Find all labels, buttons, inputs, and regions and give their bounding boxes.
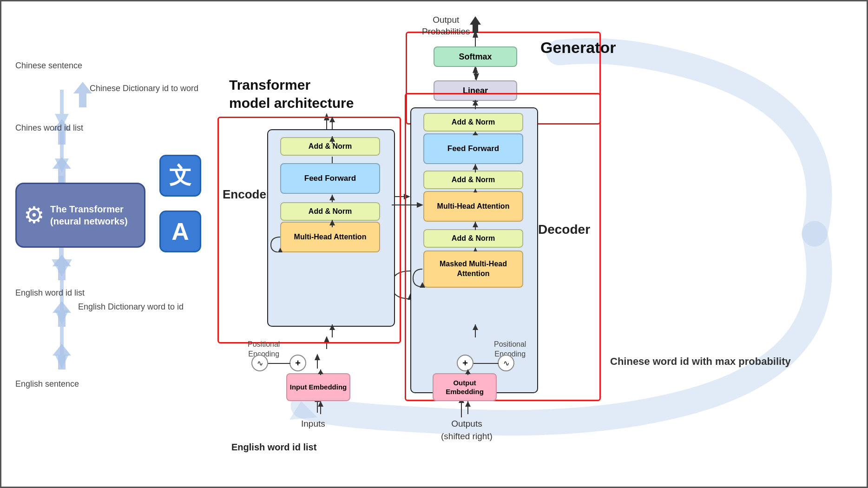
arrow-english-sentence [48,342,76,372]
input-embedding: Input Embedding [286,373,350,401]
chinese-sentence-label: Chinese sentence [15,61,82,71]
emb-to-plus [315,369,326,375]
enc-out-arrow [327,117,338,131]
english-sentence-label: English sentence [15,379,79,389]
svg-marker-98 [465,401,471,407]
inputs-up-arrow [315,401,326,415]
enc-wave-plus-line [268,363,290,364]
chinese-wordid-max-label: Chinese word id with max probability [610,355,791,369]
dec-wave-circle: ∿ [498,355,514,371]
svg-marker-73 [473,100,478,106]
english-char-icon: A [171,218,189,245]
svg-marker-62 [329,136,335,142]
chinese-wordid-label: Chines word id list [15,123,83,133]
svg-marker-77 [473,164,478,170]
svg-rect-12 [60,90,64,114]
svg-marker-53 [53,157,71,183]
encoder-feed-forward: Feed Forward [280,163,380,194]
dec-arrow-1 [470,132,481,135]
decoder-multi-head-attention: Multi-Head Attention [423,191,523,222]
svg-marker-57 [470,16,481,33]
encoder-add-norm-bottom: Add & Norm [280,202,380,221]
decoder-feed-forward: Feed Forward [423,133,523,164]
decoder-label: Decoder [538,222,590,237]
dec-input-arrow [470,324,481,338]
enc-wave-circle: ∿ [251,355,268,371]
dec-self-attn-loop [408,251,427,288]
english-wordid-bottom-label: English word id list [231,442,316,453]
enc-input-arrow [327,324,338,338]
english-dict-label: English Dictionary word to id [78,301,184,313]
enc-plus-circle: + [289,355,306,371]
svg-marker-64 [329,195,335,200]
outputs-label: Outputs(shifted right) [441,418,493,442]
svg-marker-51 [73,82,92,107]
svg-marker-96 [465,369,471,374]
arrow-english-dict [48,299,76,329]
svg-marker-83 [473,222,478,227]
svg-marker-56 [53,344,71,369]
arrow-transformer-up [48,155,76,185]
dec-arrow-4 [470,222,481,230]
svg-marker-0 [289,401,317,420]
decoder-masked-multi-head: Masked Multi-Head Attention [423,251,523,288]
svg-marker-55 [53,301,71,327]
cross-attn-arrow [392,199,427,211]
transformer-label: The Transformer (neural networks) [50,203,137,227]
svg-marker-71 [329,324,335,330]
svg-marker-91 [318,369,323,374]
english-icon-box: A [159,211,201,252]
inputs-label: Inputs [301,419,325,429]
linear-to-decoder [470,100,481,109]
svg-marker-22 [315,354,320,360]
svg-marker-85 [473,248,478,251]
main-container: Chinese sentence Chinese Dictionary id t… [0,0,868,488]
transformer-icon: ⚙ [24,202,45,229]
svg-marker-75 [473,132,478,135]
dec-wave-plus-line [473,363,499,364]
chinese-dict-label: Chinese Dictionary id to word [90,83,198,94]
enc-arrow-3 [327,195,338,202]
dec-arrow-5 [470,248,481,251]
svg-marker-67 [277,248,283,252]
out-emb-to-plus [462,369,473,375]
svg-marker-93 [318,401,323,407]
generator-label: Generator [540,39,616,57]
output-probabilities-label: OutputProbabilities [422,14,470,37]
softmax-block: Softmax [434,46,517,67]
svg-marker-69 [329,117,335,122]
dec-arrow-2 [470,164,481,172]
decoder-add-norm-ff: Add & Norm [423,113,523,132]
svg-marker-59 [473,73,479,81]
arrow-output-prob [466,15,485,34]
enc-arrow-4 [327,220,338,227]
transformer-box: ⚙ The Transformer (neural networks) [15,183,145,248]
chinese-icon-box: 文 [159,155,201,197]
svg-marker-81 [417,202,423,208]
arrow-english-wordid [48,252,76,283]
decoder-add-norm-masked: Add & Norm [423,229,523,248]
encoder-label: Encoder [223,187,271,202]
outputs-up-arrow [462,401,473,415]
dec-arrow-3 [470,189,481,192]
diagram-title: Transformer model architecture [229,76,354,112]
svg-marker-79 [473,189,478,192]
english-wordid-label: English word id list [15,288,85,298]
output-embedding: Output Embedding [433,373,497,401]
chinese-char-icon: 文 [169,161,191,191]
enc-arrow-2 [327,136,338,144]
svg-marker-66 [329,220,335,225]
svg-marker-88 [473,324,478,330]
svg-marker-86 [420,282,425,288]
svg-marker-54 [53,255,71,280]
enc-self-attn-loop [266,222,285,252]
arrow-softmax-linear [471,68,482,82]
decoder-add-norm-cross: Add & Norm [423,171,523,189]
dec-plus-circle: + [457,355,473,371]
